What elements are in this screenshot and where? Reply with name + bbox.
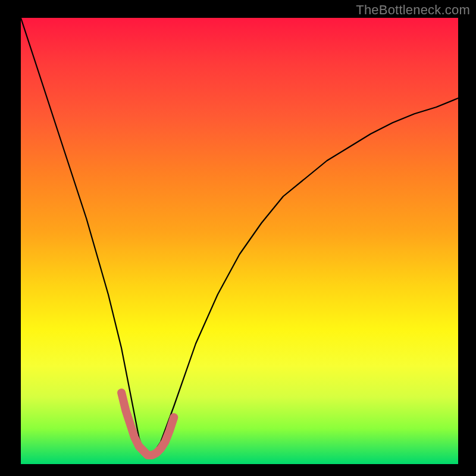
curve-layer <box>21 18 458 464</box>
bottleneck-curve-line <box>21 18 458 455</box>
chart-frame: TheBottleneck.com <box>0 0 476 476</box>
watermark-text: TheBottleneck.com <box>356 2 470 18</box>
plot-area <box>21 18 458 464</box>
highlight-band-line <box>121 393 174 455</box>
